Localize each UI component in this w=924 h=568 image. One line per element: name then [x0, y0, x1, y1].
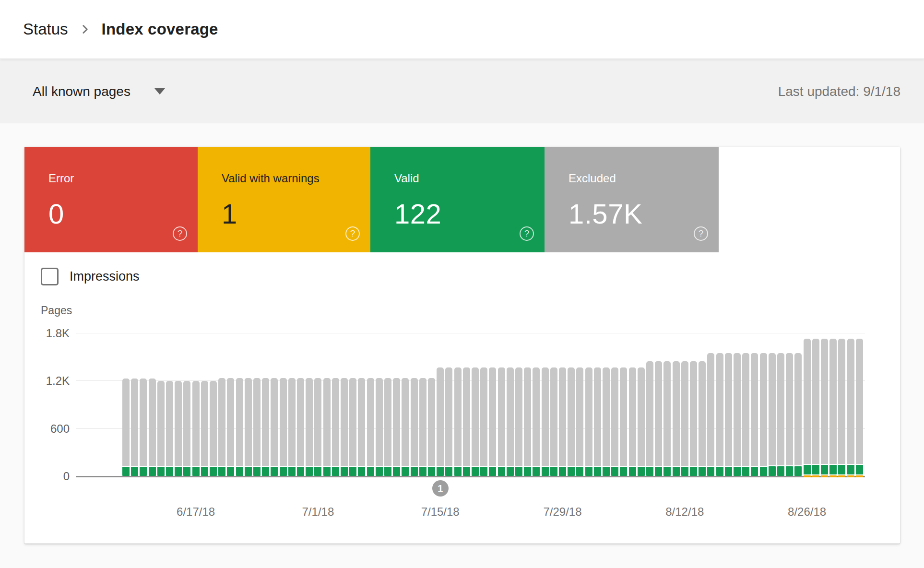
bar-segment-excluded[interactable]: [218, 378, 225, 466]
bar-segment-excluded[interactable]: [707, 353, 714, 466]
bar-segment-valid[interactable]: [306, 467, 313, 476]
bar-segment-valid[interactable]: [480, 467, 487, 476]
bar-segment-excluded[interactable]: [489, 367, 496, 466]
bar-segment-valid[interactable]: [542, 467, 549, 476]
bar-segment-excluded[interactable]: [314, 378, 321, 466]
bar-segment-excluded[interactable]: [760, 353, 767, 466]
bar-segment-excluded[interactable]: [673, 361, 680, 466]
bar-segment-valid[interactable]: [454, 467, 462, 476]
bar-segment-excluded[interactable]: [777, 353, 784, 465]
bar-segment-warnings[interactable]: [847, 475, 854, 477]
bar-segment-excluded[interactable]: [411, 378, 418, 466]
bar-segment-valid[interactable]: [236, 467, 243, 476]
valid-card[interactable]: Valid 122 ?: [370, 147, 545, 252]
bar-segment-valid[interactable]: [411, 467, 418, 476]
bar-segment-valid[interactable]: [829, 465, 837, 474]
bar-segment-valid[interactable]: [690, 467, 697, 476]
bar-segment-excluded[interactable]: [166, 381, 173, 466]
bar-segment-valid[interactable]: [629, 467, 636, 476]
bar-segment-valid[interactable]: [646, 467, 653, 476]
bar-segment-valid[interactable]: [253, 467, 261, 476]
help-icon[interactable]: ?: [345, 226, 360, 241]
bar-segment-excluded[interactable]: [603, 367, 610, 466]
bar-segment-excluded[interactable]: [515, 367, 522, 466]
bar-segment-valid[interactable]: [681, 467, 688, 476]
bar-segment-excluded[interactable]: [498, 367, 505, 466]
bar-segment-excluded[interactable]: [829, 339, 837, 463]
bar-segment-valid[interactable]: [288, 467, 296, 476]
bar-segment-excluded[interactable]: [428, 378, 435, 466]
bar-segment-valid[interactable]: [777, 466, 784, 476]
bar-segment-valid[interactable]: [716, 467, 723, 476]
valid-with-warnings-card[interactable]: Valid with warnings 1 ?: [198, 147, 370, 252]
bar-segment-valid[interactable]: [603, 467, 610, 476]
impressions-checkbox[interactable]: [41, 268, 59, 285]
bar-segment-valid[interactable]: [323, 467, 331, 476]
bar-segment-valid[interactable]: [699, 467, 706, 476]
bar-segment-valid[interactable]: [428, 467, 435, 476]
bar-segment-excluded[interactable]: [463, 367, 470, 466]
bar-segment-excluded[interactable]: [183, 381, 190, 466]
bar-segment-valid[interactable]: [533, 467, 540, 476]
bar-segment-excluded[interactable]: [384, 378, 391, 466]
bar-segment-excluded[interactable]: [594, 367, 601, 466]
bar-segment-excluded[interactable]: [838, 339, 845, 463]
bar-segment-excluded[interactable]: [699, 361, 706, 466]
bar-segment-excluded[interactable]: [568, 367, 575, 466]
bar-segment-excluded[interactable]: [445, 367, 452, 466]
bar-segment-valid[interactable]: [437, 467, 444, 476]
bar-segment-excluded[interactable]: [769, 353, 776, 465]
bar-segment-valid[interactable]: [376, 467, 383, 476]
bar-segment-valid[interactable]: [594, 467, 601, 476]
bar-segment-valid[interactable]: [794, 466, 802, 476]
bar-segment-excluded[interactable]: [332, 378, 339, 466]
bar-segment-valid[interactable]: [332, 467, 339, 476]
bar-segment-valid[interactable]: [786, 466, 793, 476]
bar-segment-valid[interactable]: [297, 467, 304, 476]
bar-segment-excluded[interactable]: [804, 339, 811, 463]
bar-segment-excluded[interactable]: [437, 367, 444, 466]
bar-segment-excluded[interactable]: [367, 378, 374, 466]
bar-segment-valid[interactable]: [131, 467, 138, 476]
bar-segment-excluded[interactable]: [149, 379, 156, 466]
bar-segment-excluded[interactable]: [297, 378, 304, 466]
bar-segment-excluded[interactable]: [611, 367, 618, 466]
bar-segment-excluded[interactable]: [646, 361, 653, 466]
bar-segment-excluded[interactable]: [245, 378, 252, 466]
bar-segment-excluded[interactable]: [192, 381, 200, 466]
bar-segment-valid[interactable]: [568, 467, 575, 476]
bar-segment-valid[interactable]: [140, 467, 147, 476]
bar-segment-valid[interactable]: [725, 467, 732, 476]
bar-segment-valid[interactable]: [262, 467, 269, 476]
bar-segment-valid[interactable]: [192, 467, 200, 476]
excluded-card[interactable]: Excluded 1.57K ?: [545, 147, 719, 252]
bar-segment-valid[interactable]: [271, 467, 278, 476]
bar-segment-valid[interactable]: [384, 467, 391, 476]
bar-segment-valid[interactable]: [663, 467, 671, 476]
bar-segment-excluded[interactable]: [341, 378, 348, 466]
bar-segment-excluded[interactable]: [786, 353, 793, 465]
bar-segment-valid[interactable]: [393, 467, 400, 476]
bar-segment-excluded[interactable]: [585, 367, 592, 466]
bar-segment-excluded[interactable]: [821, 339, 828, 463]
bar-segment-excluded[interactable]: [655, 361, 662, 466]
bar-segment-valid[interactable]: [856, 465, 863, 474]
bar-segment-valid[interactable]: [341, 467, 348, 476]
bar-segment-excluded[interactable]: [271, 378, 278, 466]
bar-segment-valid[interactable]: [314, 467, 321, 476]
bar-segment-excluded[interactable]: [734, 353, 741, 466]
bar-segment-excluded[interactable]: [576, 367, 583, 466]
bar-segment-excluded[interactable]: [253, 378, 261, 466]
bar-segment-valid[interactable]: [515, 467, 522, 476]
bar-segment-valid[interactable]: [489, 467, 496, 476]
bar-segment-valid[interactable]: [349, 467, 356, 476]
bar-segment-valid[interactable]: [122, 467, 130, 476]
bar-segment-valid[interactable]: [149, 467, 156, 476]
breadcrumb-status-link[interactable]: Status: [23, 20, 68, 38]
bar-segment-excluded[interactable]: [629, 367, 636, 466]
bar-segment-valid[interactable]: [245, 467, 252, 476]
impressions-toggle[interactable]: Impressions: [41, 268, 140, 285]
bar-segment-valid[interactable]: [673, 467, 680, 476]
bar-segment-excluded[interactable]: [690, 361, 697, 466]
bar-segment-valid[interactable]: [498, 467, 505, 476]
